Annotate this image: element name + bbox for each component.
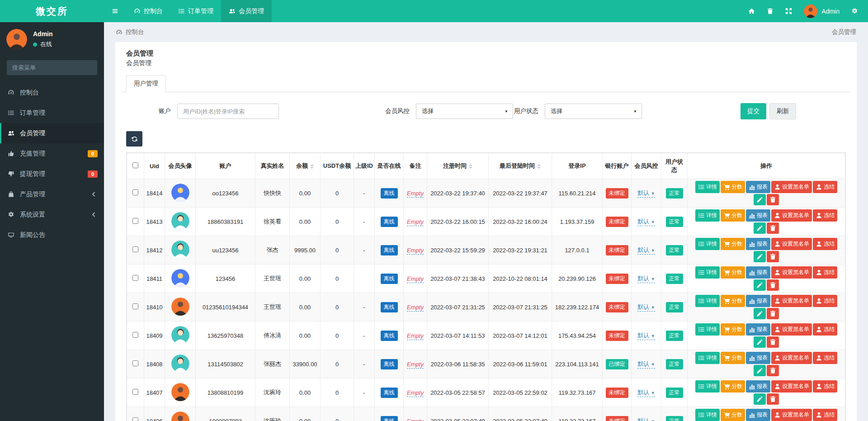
risk-dropdown[interactable]: 默认 ▼ — [637, 360, 655, 369]
sidebar-item-2[interactable]: 会员管理 — [0, 123, 104, 143]
设置黑名单-button[interactable]: 设置黑名单 — [771, 238, 812, 250]
tab-user-management[interactable]: 用户管理 — [126, 75, 166, 92]
详情-button[interactable]: 详情 — [695, 266, 720, 279]
报表-button[interactable]: 报表 — [746, 409, 770, 421]
设置黑名单-button[interactable]: 设置黑名单 — [771, 266, 812, 279]
详情-button[interactable]: 详情 — [695, 181, 720, 193]
row-checkbox[interactable] — [132, 389, 138, 395]
sidebar-item-1[interactable]: 订单管理 — [0, 103, 104, 123]
分数-button[interactable]: 分数 — [721, 209, 745, 222]
报表-button[interactable]: 报表 — [746, 209, 770, 222]
报表-button[interactable]: 报表 — [746, 295, 770, 307]
note-link[interactable]: Empty — [407, 275, 424, 283]
select-all-checkbox[interactable] — [132, 162, 138, 168]
edit-button[interactable] — [754, 279, 766, 291]
note-link[interactable]: Empty — [407, 389, 424, 397]
sort-icon[interactable] — [469, 164, 472, 169]
详情-button[interactable]: 详情 — [695, 380, 720, 393]
row-checkbox[interactable] — [132, 417, 138, 421]
报表-button[interactable]: 报表 — [746, 238, 770, 250]
risk-dropdown[interactable]: 默认 ▼ — [637, 246, 655, 255]
delete-button[interactable] — [767, 222, 779, 234]
note-link[interactable]: Empty — [407, 218, 424, 226]
edit-button[interactable] — [754, 336, 766, 348]
delete-button[interactable] — [767, 365, 779, 376]
详情-button[interactable]: 详情 — [695, 352, 720, 364]
admin-menu[interactable]: Admin — [804, 5, 840, 18]
edit-button[interactable] — [754, 251, 766, 262]
分数-button[interactable]: 分数 — [721, 380, 745, 393]
home-icon[interactable] — [748, 8, 755, 14]
expand-icon[interactable] — [785, 8, 792, 14]
risk-dropdown[interactable]: 默认 ▼ — [637, 189, 655, 198]
status-select[interactable]: 选择 ▼ — [545, 104, 642, 119]
row-checkbox[interactable] — [132, 332, 138, 338]
risk-dropdown[interactable]: 默认 ▼ — [637, 218, 655, 226]
row-checkbox[interactable] — [132, 246, 138, 252]
trash-icon[interactable] — [767, 8, 774, 14]
设置黑名单-button[interactable]: 设置黑名单 — [771, 380, 812, 393]
note-link[interactable]: Empty — [407, 332, 424, 340]
risk-dropdown[interactable]: 默认 ▼ — [637, 417, 655, 421]
risk-select[interactable]: 选择 ▼ — [416, 104, 513, 119]
gears-icon[interactable] — [851, 8, 858, 14]
详情-button[interactable]: 详情 — [695, 323, 720, 336]
column-header[interactable]: 注册时间 — [427, 153, 489, 179]
冻结-button[interactable]: 冻结 — [813, 181, 837, 193]
设置黑名单-button[interactable]: 设置黑名单 — [771, 352, 812, 364]
delete-button[interactable] — [767, 194, 779, 205]
报表-button[interactable]: 报表 — [746, 380, 770, 393]
column-header[interactable]: 最后登陆时间 — [489, 153, 552, 179]
risk-dropdown[interactable]: 默认 ▼ — [637, 303, 655, 312]
冻结-button[interactable]: 冻结 — [813, 238, 837, 250]
详情-button[interactable]: 详情 — [695, 409, 720, 421]
详情-button[interactable]: 详情 — [695, 238, 720, 250]
分数-button[interactable]: 分数 — [721, 266, 745, 279]
sidebar-search-input[interactable] — [7, 60, 97, 75]
报表-button[interactable]: 报表 — [746, 181, 770, 193]
delete-button[interactable] — [767, 251, 779, 262]
account-search-input[interactable] — [177, 104, 279, 119]
分数-button[interactable]: 分数 — [721, 238, 745, 250]
column-header[interactable]: 余额 — [290, 153, 321, 179]
row-checkbox[interactable] — [132, 275, 138, 281]
设置黑名单-button[interactable]: 设置黑名单 — [771, 323, 812, 336]
设置黑名单-button[interactable]: 设置黑名单 — [771, 181, 812, 193]
row-checkbox[interactable] — [132, 218, 138, 224]
note-link[interactable]: Empty — [407, 190, 424, 198]
报表-button[interactable]: 报表 — [746, 323, 770, 336]
设置黑名单-button[interactable]: 设置黑名单 — [771, 409, 812, 421]
sidebar-item-0[interactable]: 控制台 — [0, 82, 104, 103]
delete-button[interactable] — [767, 279, 779, 291]
sort-icon[interactable] — [310, 164, 314, 169]
冻结-button[interactable]: 冻结 — [813, 209, 837, 222]
冻结-button[interactable]: 冻结 — [813, 352, 837, 364]
delete-button[interactable] — [767, 336, 779, 348]
sidebar-toggle-button[interactable] — [104, 0, 126, 22]
详情-button[interactable]: 详情 — [695, 295, 720, 307]
sort-icon[interactable] — [537, 164, 541, 169]
sidebar-item-6[interactable]: 系统设置 — [0, 204, 104, 225]
冻结-button[interactable]: 冻结 — [813, 295, 837, 307]
breadcrumb-left[interactable]: 控制台 — [116, 28, 144, 36]
edit-button[interactable] — [754, 365, 766, 376]
分数-button[interactable]: 分数 — [721, 181, 745, 193]
设置黑名单-button[interactable]: 设置黑名单 — [771, 209, 812, 222]
sidebar-item-3[interactable]: 充值管理0 — [0, 143, 104, 164]
risk-dropdown[interactable]: 默认 ▼ — [637, 275, 655, 283]
refresh-button[interactable]: 刷新 — [769, 103, 796, 119]
冻结-button[interactable]: 冻结 — [813, 266, 837, 279]
冻结-button[interactable]: 冻结 — [813, 380, 837, 393]
row-checkbox[interactable] — [132, 360, 138, 366]
nav-item-2[interactable]: 会员管理 — [221, 0, 272, 22]
submit-button[interactable]: 提交 — [741, 103, 766, 119]
分数-button[interactable]: 分数 — [721, 409, 745, 421]
edit-button[interactable] — [754, 308, 766, 319]
row-checkbox[interactable] — [132, 189, 138, 195]
sidebar-item-4[interactable]: 提现管理0 — [0, 164, 104, 184]
报表-button[interactable]: 报表 — [746, 266, 770, 279]
详情-button[interactable]: 详情 — [695, 209, 720, 222]
冻结-button[interactable]: 冻结 — [813, 409, 837, 421]
risk-dropdown[interactable]: 默认 ▼ — [637, 389, 655, 397]
edit-button[interactable] — [754, 393, 766, 405]
